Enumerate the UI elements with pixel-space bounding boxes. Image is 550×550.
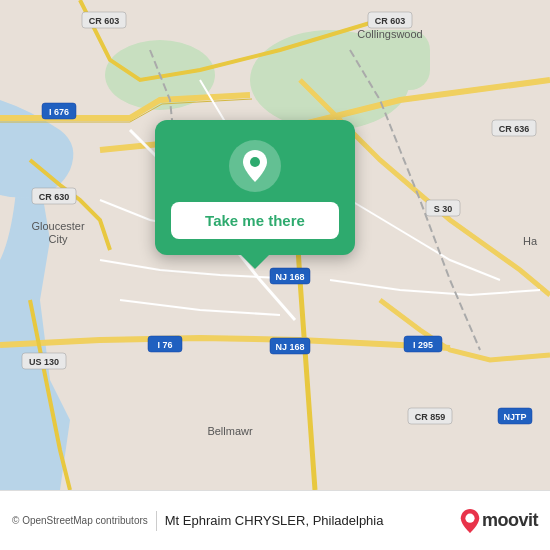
moovit-pin-icon bbox=[460, 509, 480, 533]
svg-point-36 bbox=[250, 157, 260, 167]
moovit-brand-text: moovit bbox=[482, 510, 538, 531]
location-name: Mt Ephraim CHRYSLER, Philadelphia bbox=[165, 513, 384, 528]
svg-text:NJ 168: NJ 168 bbox=[275, 272, 304, 282]
svg-text:City: City bbox=[49, 233, 68, 245]
svg-text:Ha: Ha bbox=[523, 235, 538, 247]
svg-text:CR 603: CR 603 bbox=[89, 16, 120, 26]
svg-text:NJTP: NJTP bbox=[503, 412, 526, 422]
svg-text:CR 630: CR 630 bbox=[39, 192, 70, 202]
moovit-logo: moovit bbox=[460, 509, 538, 533]
svg-text:I 295: I 295 bbox=[413, 340, 433, 350]
bottom-bar: © OpenStreetMap contributors Mt Ephraim … bbox=[0, 490, 550, 550]
svg-text:US 130: US 130 bbox=[29, 357, 59, 367]
svg-text:I 76: I 76 bbox=[157, 340, 172, 350]
svg-text:S 30: S 30 bbox=[434, 204, 453, 214]
svg-text:CR 603: CR 603 bbox=[375, 16, 406, 26]
svg-text:Collingswood: Collingswood bbox=[357, 28, 422, 40]
svg-text:CR 636: CR 636 bbox=[499, 124, 530, 134]
svg-text:I 676: I 676 bbox=[49, 107, 69, 117]
svg-text:Gloucester: Gloucester bbox=[31, 220, 85, 232]
svg-point-37 bbox=[465, 513, 474, 522]
svg-text:Bellmawr: Bellmawr bbox=[207, 425, 253, 437]
divider bbox=[156, 511, 157, 531]
map-container: CR 603 CR 603 I 676 CR 630 CR 636 S 30 N… bbox=[0, 0, 550, 490]
osm-attribution: © OpenStreetMap contributors bbox=[12, 515, 148, 526]
svg-text:NJ 168: NJ 168 bbox=[275, 342, 304, 352]
svg-text:CR 859: CR 859 bbox=[415, 412, 446, 422]
location-pin-icon bbox=[229, 140, 281, 192]
take-me-there-button[interactable]: Take me there bbox=[171, 202, 339, 239]
popup-card: Take me there bbox=[155, 120, 355, 255]
